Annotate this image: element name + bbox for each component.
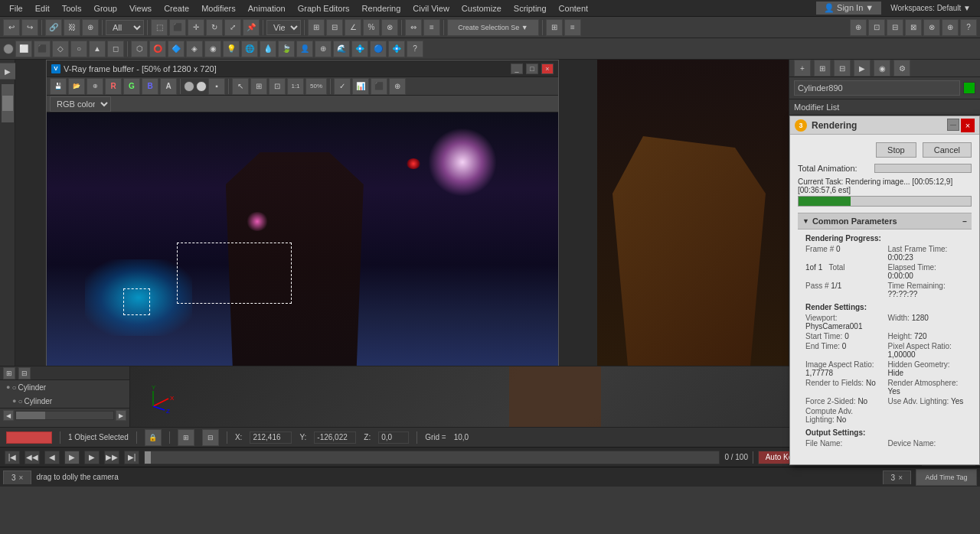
fb-hist-btn[interactable]: 📊	[352, 78, 369, 95]
anim-play-btn[interactable]: ▶	[64, 451, 80, 464]
fb-close-btn[interactable]: ×	[541, 63, 554, 74]
obj-btn-17[interactable]: 👤	[296, 41, 313, 57]
menu-rendering[interactable]: Rendering	[356, 2, 407, 15]
scene-btn-1[interactable]: ⊞	[3, 367, 15, 379]
obj-btn-13[interactable]: 💡	[223, 41, 240, 57]
menu-content[interactable]: Content	[553, 2, 595, 15]
menu-edit[interactable]: Edit	[29, 2, 56, 15]
extra-btn-3[interactable]: ⊟	[887, 19, 903, 36]
cancel-btn[interactable]: Cancel	[923, 142, 972, 158]
fb-a-btn[interactable]: A	[160, 78, 177, 95]
x-coord-input[interactable]	[250, 431, 292, 444]
obj-name-input[interactable]	[794, 80, 960, 96]
obj-type-btn-2[interactable]: ⬜	[15, 41, 32, 57]
menu-scripting[interactable]: Scripting	[508, 2, 553, 15]
menu-tools[interactable]: Tools	[56, 2, 88, 15]
grid-icon[interactable]: ⊟	[202, 429, 219, 446]
menu-animation[interactable]: Animation	[242, 2, 292, 15]
fb-cursor-btn[interactable]: ↖	[232, 78, 249, 95]
lock-btn[interactable]: 🔒	[145, 429, 162, 446]
obj-type-btn-4[interactable]: ◇	[52, 41, 69, 57]
angle-snap-btn[interactable]: ∠	[345, 19, 361, 36]
fb-open-btn[interactable]: 📂	[68, 78, 85, 95]
menu-create[interactable]: Create	[158, 2, 195, 15]
obj-btn-19[interactable]: 🌊	[333, 41, 350, 57]
region-select-btn[interactable]: ⬛	[169, 19, 186, 36]
obj-btn-10[interactable]: 🔷	[168, 41, 185, 57]
obj-btn-9[interactable]: ⭕	[149, 41, 166, 57]
snap-btn[interactable]: ⊞	[308, 19, 325, 36]
stop-btn[interactable]: Stop	[876, 142, 916, 158]
snap2d-btn[interactable]: ⊟	[326, 19, 343, 36]
anim-next-frame-btn[interactable]: ▶	[84, 451, 100, 464]
bind-btn[interactable]: ⊕	[82, 19, 99, 36]
fb-maximize-btn[interactable]: □	[526, 63, 538, 74]
spinner-snap-btn[interactable]: ⊗	[381, 19, 398, 36]
select-btn[interactable]: ⬚	[151, 19, 168, 36]
menu-modifiers[interactable]: Modifiers	[195, 2, 242, 15]
anim-prev-frame-btn[interactable]: ◀	[44, 451, 60, 464]
extra-btn-2[interactable]: ⊡	[868, 19, 885, 36]
bottom-tab-2[interactable]: 3 ×	[883, 471, 911, 484]
obj-btn-14[interactable]: 🌐	[241, 41, 258, 57]
scene-row-1[interactable]: ● ○ Cylinder	[0, 380, 129, 394]
fb-b-btn[interactable]: B	[142, 78, 158, 95]
rendering-close-btn[interactable]: ×	[961, 119, 975, 132]
extra-btn-1[interactable]: ⊕	[850, 19, 867, 36]
menu-graph-editors[interactable]: Graph Editors	[292, 2, 356, 15]
anim-prev-key-btn[interactable]: ◀◀	[24, 451, 40, 464]
fb-color-clip-btn[interactable]: ✓	[334, 78, 351, 95]
fb-1to1-btn[interactable]: 1:1	[287, 78, 304, 95]
tab1-close[interactable]: ×	[19, 474, 24, 482]
fb-save-btn[interactable]: 💾	[50, 78, 67, 95]
extra-btn-6[interactable]: ⊕	[942, 19, 959, 36]
anim-start-btn[interactable]: |◀	[5, 451, 20, 464]
scene-btn-2[interactable]: ⊟	[18, 367, 31, 379]
obj-type-btn-7[interactable]: ◻	[107, 41, 124, 57]
fb-fit-btn[interactable]: ⊡	[269, 78, 286, 95]
menu-civil-view[interactable]: Civil View	[407, 2, 455, 15]
move-btn[interactable]: ✛	[188, 19, 204, 36]
link-btn[interactable]: 🔗	[45, 19, 62, 36]
rp-utilities-btn[interactable]: ⚙	[893, 60, 910, 77]
obj-btn-20[interactable]: 💠	[351, 41, 368, 57]
z-coord-input[interactable]	[378, 431, 409, 444]
place-btn[interactable]: 📌	[243, 19, 260, 36]
ribbon-btn[interactable]: ≡	[564, 19, 581, 36]
fb-minimize-btn[interactable]: _	[511, 63, 523, 74]
menu-group[interactable]: Group	[87, 2, 123, 15]
fb-circle2-btn[interactable]	[196, 81, 207, 92]
extra-btn-4[interactable]: ⊠	[905, 19, 922, 36]
fb-zoom-btn[interactable]: ⊞	[250, 78, 267, 95]
fb-rect-btn[interactable]: ▪	[208, 78, 225, 95]
unlink-btn[interactable]: ⛓	[64, 19, 80, 36]
sidebar-btn-1[interactable]: ▶	[0, 63, 16, 80]
obj-type-btn-6[interactable]: ▲	[89, 41, 106, 57]
extra-btn-5[interactable]: ⊗	[923, 19, 940, 36]
rp-motion-btn[interactable]: ▶	[854, 60, 871, 77]
create-sel-btn[interactable]: Create Selection Se ▼	[447, 19, 539, 36]
view-select[interactable]: View	[266, 20, 301, 35]
anim-next-key-btn[interactable]: ▶▶	[104, 451, 119, 464]
sign-in-btn[interactable]: 👤 Sign In ▼	[816, 2, 881, 15]
common-params-header[interactable]: ▼ Common Parameters −	[798, 213, 972, 230]
fb-stop-btn[interactable]: ⬛	[371, 78, 387, 95]
obj-btn-11[interactable]: ◈	[186, 41, 203, 57]
fb-region-btn[interactable]: ⊕	[389, 78, 406, 95]
obj-type-btn-5[interactable]: ○	[70, 41, 87, 57]
obj-btn-18[interactable]: ⊕	[315, 41, 332, 57]
filter-select[interactable]: All	[106, 20, 144, 35]
obj-btn-8[interactable]: ⬡	[131, 41, 148, 57]
snap-icon[interactable]: ⊞	[178, 429, 194, 446]
obj-btn-16[interactable]: 🍃	[278, 41, 295, 57]
obj-btn-15[interactable]: 💧	[260, 41, 276, 57]
layers-btn[interactable]: ⊞	[546, 19, 563, 36]
tab2-close[interactable]: ×	[898, 474, 903, 482]
percent-snap-btn[interactable]: %	[363, 19, 380, 36]
fb-g-btn[interactable]: G	[123, 78, 140, 95]
anim-timeline[interactable]	[144, 451, 720, 464]
add-time-tag-btn[interactable]: Add Time Tag	[916, 469, 977, 486]
fb-channels-btn[interactable]: ⊕	[87, 78, 103, 95]
fb-pct-btn[interactable]: 50%	[305, 78, 327, 95]
fb-circle-btn[interactable]	[184, 81, 194, 92]
